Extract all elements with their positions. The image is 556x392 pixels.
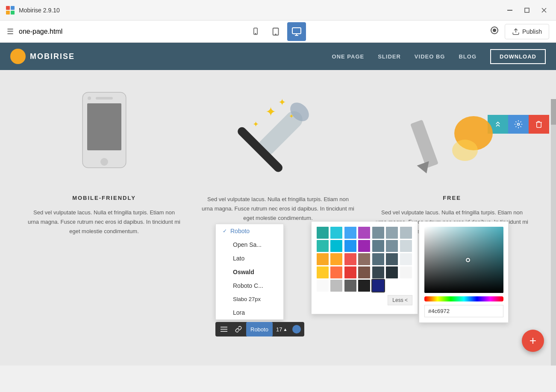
feature-mobile: MOBILE-FRIENDLY Sed vel vulputate lacus.… (27, 91, 181, 236)
file-name: one-page.html (19, 28, 62, 35)
font-lato[interactable]: Lato (216, 252, 283, 265)
color-swatch[interactable] (330, 280, 342, 292)
color-hex-input[interactable] (424, 305, 503, 317)
svg-point-16 (493, 29, 496, 32)
svg-rect-4 (507, 10, 512, 11)
close-button[interactable] (537, 3, 551, 17)
color-swatch[interactable] (358, 240, 370, 252)
nav-link-onepage[interactable]: ONE PAGE (332, 53, 365, 60)
gradient-panel (419, 221, 509, 323)
publish-button[interactable]: Publish (505, 24, 549, 39)
color-swatch[interactable] (344, 266, 356, 278)
nav-link-videobg[interactable]: VIDEO BG (415, 53, 445, 60)
svg-point-22 (100, 158, 108, 166)
color-swatch[interactable] (344, 280, 356, 292)
site-nav: MOBIRISE ONE PAGE SLIDER VIDEO BG BLOG D… (0, 43, 556, 70)
free-icon (375, 91, 529, 184)
desktop-view-button[interactable] (287, 22, 306, 41)
mobile-icon (27, 91, 181, 184)
color-swatch[interactable] (386, 240, 398, 252)
svg-rect-5 (525, 8, 529, 12)
svg-point-24 (88, 97, 91, 100)
color-swatch-selected[interactable] (372, 280, 384, 292)
color-swatch[interactable] (317, 240, 329, 252)
color-swatch[interactable] (317, 227, 329, 239)
font-name-label: Roboto (250, 326, 268, 333)
color-swatch[interactable] (358, 266, 370, 278)
svg-text:✦: ✦ (278, 97, 286, 108)
font-slabo[interactable]: Slabo 27px (216, 293, 283, 306)
less-button[interactable]: Less < (388, 295, 412, 305)
gradient-canvas[interactable] (424, 227, 503, 293)
font-lora[interactable]: Lora (216, 306, 283, 319)
svg-rect-2 (6, 11, 10, 15)
color-swatch[interactable] (400, 253, 412, 265)
color-swatch[interactable] (400, 240, 412, 252)
font-oswald[interactable]: Oswald (216, 265, 283, 279)
logo-circle (10, 49, 26, 64)
hue-bar[interactable] (424, 296, 503, 301)
mobile-feature-title: MOBILE-FRIENDLY (27, 195, 181, 201)
color-swatch[interactable] (372, 266, 384, 278)
color-swatch[interactable] (358, 227, 370, 239)
menu-button[interactable]: ☰ (7, 27, 14, 36)
mobile-feature-text: Sed vel vulputate lacus. Nulla et fringi… (27, 208, 181, 236)
nav-download-button[interactable]: DOWNLOAD (490, 49, 546, 64)
color-swatch[interactable] (330, 253, 342, 265)
preview-button[interactable] (489, 25, 500, 38)
font-robotoc[interactable]: Roboto C... (216, 279, 283, 293)
mobile-view-button[interactable] (246, 22, 265, 41)
font-roboto[interactable]: ✓ Roboto (216, 224, 283, 238)
publish-icon (512, 28, 520, 35)
minimize-button[interactable] (503, 3, 517, 17)
color-swatch[interactable] (344, 227, 356, 239)
color-selector[interactable] (292, 325, 301, 333)
color-swatch[interactable] (372, 240, 384, 252)
svg-rect-0 (6, 6, 10, 10)
maximize-button[interactable] (520, 3, 534, 17)
nav-link-blog[interactable]: BLOG (459, 53, 477, 60)
font-size-label: 17 (276, 326, 282, 333)
scrollbar-thumb[interactable] (551, 99, 556, 125)
color-swatch[interactable] (330, 227, 342, 239)
color-swatch[interactable] (317, 253, 329, 265)
logo-text: MOBIRISE (30, 52, 75, 61)
tablet-view-button[interactable] (267, 22, 285, 41)
link-button[interactable] (232, 322, 245, 336)
font-selector[interactable]: Roboto (246, 322, 273, 336)
color-swatch[interactable] (386, 253, 398, 265)
title-bar: Mobirise 2.9.10 (0, 0, 556, 20)
site-logo: MOBIRISE (10, 49, 75, 64)
color-swatch[interactable] (358, 280, 370, 292)
color-swatch[interactable] (317, 280, 329, 292)
color-swatch[interactable] (344, 253, 356, 265)
color-swatch[interactable] (372, 227, 384, 239)
color-swatch[interactable] (386, 266, 398, 278)
text-toolbar: Roboto 17 ▲ (215, 322, 304, 336)
color-swatch[interactable] (330, 266, 342, 278)
align-button[interactable] (217, 322, 231, 336)
svg-rect-1 (11, 6, 15, 10)
nav-link-slider[interactable]: SLIDER (378, 53, 401, 60)
svg-text:✦: ✦ (289, 113, 294, 120)
color-swatch[interactable] (330, 240, 342, 252)
font-size-selector[interactable]: 17 ▲ (274, 322, 290, 336)
gradient-dot[interactable] (466, 258, 470, 262)
color-swatch[interactable] (372, 253, 384, 265)
color-grid (317, 227, 412, 292)
color-swatch[interactable] (400, 227, 412, 239)
svg-rect-12 (292, 28, 301, 34)
color-swatch[interactable] (358, 253, 370, 265)
color-swatch[interactable] (386, 227, 398, 239)
color-swatch[interactable] (317, 266, 329, 278)
add-section-button[interactable]: + (522, 330, 544, 352)
svg-text:✦: ✦ (253, 120, 259, 129)
wand-icon: ✦ ✦ ✦ ✦ (201, 91, 355, 184)
app-title: Mobirise 2.9.10 (19, 7, 60, 14)
delete-action-button[interactable] (529, 115, 549, 134)
size-arrow-icon: ▲ (283, 327, 287, 332)
font-opensans[interactable]: Open Sa... (216, 238, 283, 252)
svg-rect-32 (410, 120, 438, 168)
color-swatch[interactable] (400, 266, 412, 278)
color-swatch[interactable] (344, 240, 356, 252)
